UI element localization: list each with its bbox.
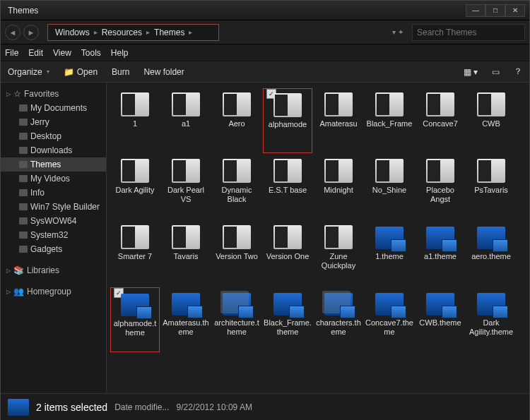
crumb-themes[interactable]: Themes xyxy=(150,28,189,37)
search-input[interactable] xyxy=(412,24,525,41)
back-button[interactable]: ◄ xyxy=(5,25,20,40)
file-item[interactable]: aero.theme xyxy=(466,221,516,286)
file-label: Dark Pearl VS xyxy=(161,186,211,204)
file-item[interactable]: a1.theme xyxy=(416,221,465,286)
folder-icon xyxy=(121,225,149,249)
file-label: CWB xyxy=(481,119,501,128)
file-item[interactable]: Concave7 xyxy=(416,88,465,153)
file-label: Placebo Angst xyxy=(416,186,465,204)
menu-file[interactable]: File xyxy=(5,48,18,58)
burn-button[interactable]: Burn xyxy=(112,67,129,77)
view-options-button[interactable]: ▦ ▾ xyxy=(464,67,478,77)
sidebar-item-system32[interactable]: System32 xyxy=(1,228,106,242)
file-item[interactable]: Placebo Angst xyxy=(416,155,465,220)
theme-file-icon xyxy=(172,293,200,316)
statusbar: 2 items selected Date modifie... 9/22/20… xyxy=(1,393,529,420)
file-grid[interactable]: 1a1AeroalphamodeAmaterasuBlack_FrameConc… xyxy=(107,83,529,393)
file-item[interactable]: Smarter 7 xyxy=(110,221,160,286)
maximize-button[interactable]: □ xyxy=(485,4,505,17)
close-button[interactable]: ✕ xyxy=(505,4,525,17)
folder-icon xyxy=(19,104,28,112)
sidebar: ▷☆ Favorites My DocumentsJerryDesktopDow… xyxy=(1,83,107,393)
folder-icon xyxy=(324,159,353,183)
file-label: Zune Quickplay xyxy=(314,252,363,270)
crumb-windows[interactable]: Windows xyxy=(51,28,94,37)
file-item[interactable]: 1.theme xyxy=(365,221,414,286)
file-item[interactable]: CWB.theme xyxy=(416,287,465,352)
folder-icon xyxy=(273,225,302,249)
sidebar-favorites-header[interactable]: ▷☆ Favorites xyxy=(1,87,106,101)
file-item[interactable]: CWB xyxy=(466,88,516,153)
menu-view[interactable]: View xyxy=(53,48,71,58)
sidebar-item-jerry[interactable]: Jerry xyxy=(1,115,106,129)
sidebar-item-syswow64[interactable]: SysWOW64 xyxy=(1,214,106,228)
file-item[interactable]: Dark Pearl VS xyxy=(161,155,211,220)
file-label: Smarter 7 xyxy=(117,252,153,261)
menu-help[interactable]: Help xyxy=(111,48,129,58)
forward-button[interactable]: ► xyxy=(23,25,39,40)
sidebar-item-gadgets[interactable]: Gadgets xyxy=(1,242,106,256)
file-label: PsTavaris xyxy=(473,186,509,195)
minimize-button[interactable]: — xyxy=(466,4,485,17)
theme-file-icon xyxy=(324,293,353,316)
navbar: ◄ ► Windows▸ Resources▸ Themes▸ ▾ ✦ xyxy=(1,20,529,44)
file-item[interactable]: characters.theme xyxy=(314,287,363,352)
file-item[interactable]: PsTavaris xyxy=(466,155,516,220)
file-item[interactable]: alphamode xyxy=(263,88,312,153)
sidebar-libraries-header[interactable]: ▷📚 Libraries xyxy=(1,263,106,277)
file-item[interactable]: Aero xyxy=(212,88,261,153)
file-item[interactable]: E.S.T base xyxy=(263,155,312,220)
file-label: a1 xyxy=(181,119,191,128)
breadcrumb-dropdown[interactable]: ▾ ✦ xyxy=(392,28,404,36)
file-label: Version Two xyxy=(215,252,259,261)
open-button[interactable]: 📁Open xyxy=(64,67,98,77)
file-label: Concave7.theme xyxy=(365,318,414,337)
sidebar-item-desktop[interactable]: Desktop xyxy=(1,129,106,143)
breadcrumb[interactable]: Windows▸ Resources▸ Themes▸ xyxy=(47,24,219,41)
folder-icon xyxy=(223,225,251,249)
file-item[interactable]: Version One xyxy=(263,221,312,286)
file-item[interactable]: Black_Frame.theme xyxy=(263,287,312,352)
file-item[interactable]: No_Shine xyxy=(365,155,414,220)
file-item[interactable]: Midnight xyxy=(314,155,363,220)
menu-tools[interactable]: Tools xyxy=(81,48,101,58)
status-title: 2 items selected xyxy=(36,402,107,413)
menu-edit[interactable]: Edit xyxy=(28,48,43,58)
organize-button[interactable]: Organize xyxy=(8,67,49,77)
sidebar-item-win7-style-builder[interactable]: Win7 Style Builder xyxy=(1,200,106,214)
file-item[interactable]: Zune Quickplay xyxy=(314,221,363,286)
folder-icon xyxy=(426,92,454,116)
file-label: No_Shine xyxy=(372,186,407,195)
sidebar-item-themes[interactable]: Themes xyxy=(1,157,106,172)
folder-icon xyxy=(172,92,200,116)
file-item[interactable]: a1 xyxy=(161,88,211,153)
file-item[interactable]: Black_Frame xyxy=(365,88,414,153)
folder-icon xyxy=(19,175,28,182)
preview-pane-button[interactable]: ▭ xyxy=(492,67,500,77)
sidebar-item-info[interactable]: Info xyxy=(1,186,106,200)
file-item[interactable]: Version Two xyxy=(212,221,261,286)
sidebar-item-downloads[interactable]: Downloads xyxy=(1,143,106,157)
file-item[interactable]: Dynamic Black xyxy=(212,155,261,220)
help-button[interactable]: ？ xyxy=(514,66,522,78)
file-item[interactable]: Concave7.theme xyxy=(365,287,414,352)
file-item[interactable]: Dark Agility.theme xyxy=(466,287,516,352)
file-item[interactable]: Amaterasu.theme xyxy=(161,287,211,352)
file-item[interactable]: Tavaris xyxy=(161,221,211,286)
sidebar-item-my-documents[interactable]: My Documents xyxy=(1,101,106,115)
crumb-resources[interactable]: Resources xyxy=(98,28,146,37)
folder-icon xyxy=(273,159,302,183)
titlebar[interactable]: Themes — □ ✕ xyxy=(1,1,529,20)
folder-icon xyxy=(19,147,28,154)
file-label: architecture.theme xyxy=(212,318,261,337)
file-item[interactable]: Amaterasu xyxy=(314,88,363,153)
new-folder-button[interactable]: New folder xyxy=(143,67,184,77)
folder-icon xyxy=(172,225,200,249)
file-item[interactable]: alphamode.theme xyxy=(110,287,160,352)
folder-icon xyxy=(172,159,200,183)
file-item[interactable]: architecture.theme xyxy=(212,287,261,352)
file-item[interactable]: 1 xyxy=(110,88,160,153)
sidebar-homegroup-header[interactable]: ▷👥 Homegroup xyxy=(1,284,106,299)
sidebar-item-my-videos[interactable]: My Videos xyxy=(1,172,106,186)
file-item[interactable]: Dark Agility xyxy=(110,155,160,220)
